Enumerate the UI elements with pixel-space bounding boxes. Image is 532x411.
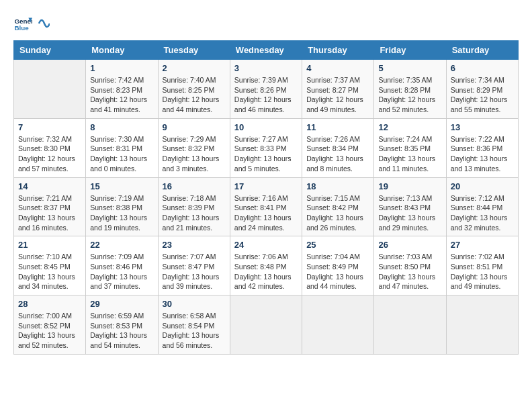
day-info: Sunrise: 7:12 AMSunset: 8:44 PMDaylight:…	[451, 193, 514, 233]
day-info: Sunrise: 7:19 AMSunset: 8:38 PMDaylight:…	[90, 193, 153, 233]
calendar-cell: 13Sunrise: 7:22 AMSunset: 8:36 PMDayligh…	[446, 118, 518, 177]
day-number: 10	[234, 122, 298, 132]
day-number: 29	[90, 299, 153, 309]
calendar-table: SundayMondayTuesdayWednesdayThursdayFrid…	[13, 40, 519, 355]
calendar-cell: 27Sunrise: 7:02 AMSunset: 8:51 PMDayligh…	[446, 236, 518, 295]
day-number: 21	[18, 240, 81, 250]
day-number: 27	[451, 240, 514, 250]
day-number: 6	[451, 63, 514, 73]
day-info: Sunrise: 7:24 AMSunset: 8:35 PMDaylight:…	[378, 134, 441, 174]
calendar-cell: 11Sunrise: 7:26 AMSunset: 8:34 PMDayligh…	[302, 118, 374, 177]
col-header-friday: Friday	[374, 41, 446, 60]
calendar-cell: 20Sunrise: 7:12 AMSunset: 8:44 PMDayligh…	[446, 177, 518, 236]
calendar-cell: 3Sunrise: 7:39 AMSunset: 8:26 PMDaylight…	[230, 60, 302, 119]
day-number: 28	[18, 299, 81, 309]
day-number: 26	[378, 240, 441, 250]
calendar-cell: 26Sunrise: 7:03 AMSunset: 8:50 PMDayligh…	[374, 236, 446, 295]
day-info: Sunrise: 7:29 AMSunset: 8:32 PMDaylight:…	[163, 134, 226, 174]
calendar-cell: 4Sunrise: 7:37 AMSunset: 8:27 PMDaylight…	[302, 60, 374, 119]
calendar-cell: 25Sunrise: 7:04 AMSunset: 8:49 PMDayligh…	[302, 236, 374, 295]
day-info: Sunrise: 7:22 AMSunset: 8:36 PMDaylight:…	[451, 134, 514, 174]
calendar-cell	[14, 60, 86, 119]
calendar-cell: 2Sunrise: 7:40 AMSunset: 8:25 PMDaylight…	[158, 60, 230, 119]
day-number: 7	[18, 122, 81, 132]
day-info: Sunrise: 7:21 AMSunset: 8:37 PMDaylight:…	[18, 193, 81, 233]
day-info: Sunrise: 7:27 AMSunset: 8:33 PMDaylight:…	[234, 134, 298, 174]
day-number: 8	[90, 122, 153, 132]
day-number: 9	[163, 122, 226, 132]
calendar-cell: 30Sunrise: 6:58 AMSunset: 8:54 PMDayligh…	[158, 295, 230, 355]
day-number: 24	[234, 240, 298, 250]
calendar-cell: 15Sunrise: 7:19 AMSunset: 8:38 PMDayligh…	[86, 177, 158, 236]
calendar-cell: 28Sunrise: 7:00 AMSunset: 8:52 PMDayligh…	[14, 295, 86, 355]
day-number: 25	[306, 240, 369, 250]
logo: General Blue	[13, 13, 50, 34]
day-number: 2	[163, 63, 226, 73]
day-info: Sunrise: 7:09 AMSunset: 8:46 PMDaylight:…	[90, 252, 153, 291]
calendar-cell: 17Sunrise: 7:16 AMSunset: 8:41 PMDayligh…	[230, 177, 302, 236]
day-info: Sunrise: 7:37 AMSunset: 8:27 PMDaylight:…	[306, 75, 369, 115]
col-header-monday: Monday	[86, 41, 158, 60]
day-info: Sunrise: 6:59 AMSunset: 8:53 PMDaylight:…	[90, 311, 153, 351]
day-info: Sunrise: 7:35 AMSunset: 8:28 PMDaylight:…	[378, 75, 441, 115]
calendar-cell: 9Sunrise: 7:29 AMSunset: 8:32 PMDaylight…	[158, 118, 230, 177]
day-info: Sunrise: 7:16 AMSunset: 8:41 PMDaylight:…	[234, 193, 298, 233]
day-info: Sunrise: 7:30 AMSunset: 8:31 PMDaylight:…	[90, 134, 153, 174]
day-info: Sunrise: 7:15 AMSunset: 8:42 PMDaylight:…	[306, 193, 369, 233]
day-info: Sunrise: 7:18 AMSunset: 8:39 PMDaylight:…	[163, 193, 226, 233]
day-info: Sunrise: 6:58 AMSunset: 8:54 PMDaylight:…	[163, 311, 226, 351]
calendar-cell: 8Sunrise: 7:30 AMSunset: 8:31 PMDaylight…	[86, 118, 158, 177]
calendar-cell: 18Sunrise: 7:15 AMSunset: 8:42 PMDayligh…	[302, 177, 374, 236]
calendar-cell: 24Sunrise: 7:06 AMSunset: 8:48 PMDayligh…	[230, 236, 302, 295]
calendar-cell: 19Sunrise: 7:13 AMSunset: 8:43 PMDayligh…	[374, 177, 446, 236]
calendar-cell	[446, 295, 518, 355]
day-number: 16	[163, 181, 226, 191]
day-info: Sunrise: 7:13 AMSunset: 8:43 PMDaylight:…	[378, 193, 441, 233]
calendar-cell: 29Sunrise: 6:59 AMSunset: 8:53 PMDayligh…	[86, 295, 158, 355]
calendar-cell: 5Sunrise: 7:35 AMSunset: 8:28 PMDaylight…	[374, 60, 446, 119]
day-info: Sunrise: 7:42 AMSunset: 8:23 PMDaylight:…	[90, 75, 153, 115]
svg-text:Blue: Blue	[14, 24, 29, 32]
day-number: 20	[451, 181, 514, 191]
day-info: Sunrise: 7:00 AMSunset: 8:52 PMDaylight:…	[18, 311, 81, 351]
day-number: 17	[234, 181, 298, 191]
day-number: 13	[451, 122, 514, 132]
logo-icon: General Blue	[13, 14, 32, 33]
day-info: Sunrise: 7:40 AMSunset: 8:25 PMDaylight:…	[163, 75, 226, 115]
calendar-cell: 22Sunrise: 7:09 AMSunset: 8:46 PMDayligh…	[86, 236, 158, 295]
logo-wave-icon	[38, 13, 50, 34]
day-number: 1	[90, 63, 153, 73]
col-header-thursday: Thursday	[302, 41, 374, 60]
day-info: Sunrise: 7:04 AMSunset: 8:49 PMDaylight:…	[306, 252, 369, 291]
day-number: 14	[18, 181, 81, 191]
day-number: 18	[306, 181, 369, 191]
calendar-cell	[374, 295, 446, 355]
calendar-cell: 7Sunrise: 7:32 AMSunset: 8:30 PMDaylight…	[14, 118, 86, 177]
day-info: Sunrise: 7:07 AMSunset: 8:47 PMDaylight:…	[163, 252, 226, 291]
calendar-cell: 1Sunrise: 7:42 AMSunset: 8:23 PMDaylight…	[86, 60, 158, 119]
day-info: Sunrise: 7:06 AMSunset: 8:48 PMDaylight:…	[234, 252, 298, 291]
day-number: 15	[90, 181, 153, 191]
calendar-cell: 23Sunrise: 7:07 AMSunset: 8:47 PMDayligh…	[158, 236, 230, 295]
day-number: 3	[234, 63, 298, 73]
day-number: 5	[378, 63, 441, 73]
day-info: Sunrise: 7:03 AMSunset: 8:50 PMDaylight:…	[378, 252, 441, 291]
day-info: Sunrise: 7:26 AMSunset: 8:34 PMDaylight:…	[306, 134, 369, 174]
calendar-cell: 16Sunrise: 7:18 AMSunset: 8:39 PMDayligh…	[158, 177, 230, 236]
day-number: 22	[90, 240, 153, 250]
col-header-saturday: Saturday	[446, 41, 518, 60]
day-number: 12	[378, 122, 441, 132]
day-number: 23	[163, 240, 226, 250]
day-info: Sunrise: 7:32 AMSunset: 8:30 PMDaylight:…	[18, 134, 81, 174]
day-info: Sunrise: 7:39 AMSunset: 8:26 PMDaylight:…	[234, 75, 298, 115]
calendar-cell: 10Sunrise: 7:27 AMSunset: 8:33 PMDayligh…	[230, 118, 302, 177]
calendar-cell: 6Sunrise: 7:34 AMSunset: 8:29 PMDaylight…	[446, 60, 518, 119]
calendar-cell: 21Sunrise: 7:10 AMSunset: 8:45 PMDayligh…	[14, 236, 86, 295]
day-number: 4	[306, 63, 369, 73]
col-header-tuesday: Tuesday	[158, 41, 230, 60]
day-info: Sunrise: 7:34 AMSunset: 8:29 PMDaylight:…	[451, 75, 514, 115]
day-number: 11	[306, 122, 369, 132]
day-number: 19	[378, 181, 441, 191]
col-header-wednesday: Wednesday	[230, 41, 302, 60]
day-info: Sunrise: 7:10 AMSunset: 8:45 PMDaylight:…	[18, 252, 81, 291]
